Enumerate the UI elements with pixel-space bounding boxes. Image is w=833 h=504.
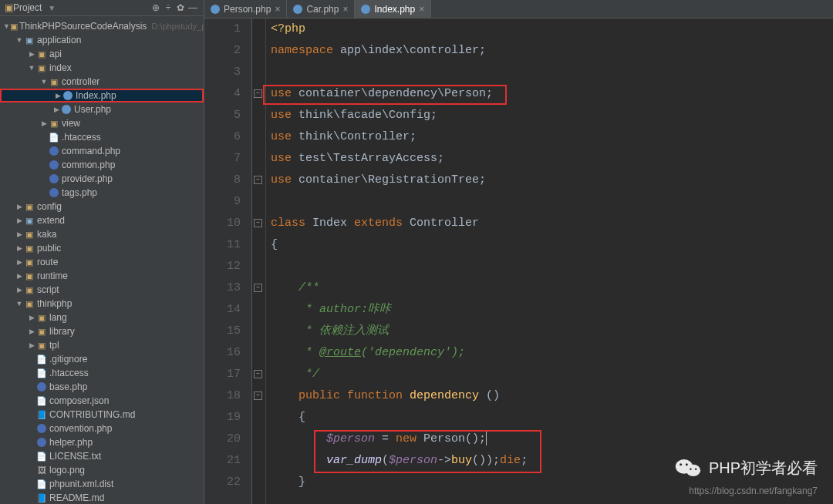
tree-file-htaccess2[interactable]: 📄.htaccess bbox=[0, 366, 204, 380]
fold-icon[interactable]: – bbox=[254, 89, 262, 98]
tree-file-logo[interactable]: 🖼logo.png bbox=[0, 463, 204, 477]
tree-folder-lang[interactable]: ▶▣lang bbox=[0, 311, 204, 324]
tree-folder-script[interactable]: ▶▣script bbox=[0, 283, 204, 297]
php-icon bbox=[37, 382, 46, 391]
close-icon[interactable]: × bbox=[419, 4, 424, 15]
tree-folder-runtime[interactable]: ▶▣runtime bbox=[0, 269, 204, 283]
gear-icon[interactable]: ✿ bbox=[174, 2, 187, 13]
chevron-down-icon[interactable]: ▼ bbox=[48, 4, 56, 12]
tree-folder-tpl[interactable]: ▶▣tpl bbox=[0, 338, 204, 352]
tree-file-common[interactable]: common.php bbox=[0, 158, 204, 172]
line-gutter: 12345 678910 1112131415 1617181920 2122 bbox=[204, 18, 252, 504]
code-area[interactable]: <?php namespace app\index\controller; us… bbox=[266, 18, 833, 504]
tree-folder-thinkphp[interactable]: ▼▣thinkphp bbox=[0, 297, 204, 311]
project-sidebar: ▣ Project ▼ ⊕ ÷ ✿ — ▼▣ThinkPHPSourceCode… bbox=[0, 0, 204, 504]
tree-file-htaccess[interactable]: 📄.htaccess bbox=[0, 130, 204, 144]
svg-point-2 bbox=[680, 463, 682, 465]
fold-icon[interactable]: – bbox=[254, 370, 262, 378]
project-tree: ▼▣ThinkPHPSourceCodeAnalysisD:\phpstudy_… bbox=[0, 16, 204, 504]
svg-point-3 bbox=[686, 463, 688, 465]
tree-file-readme[interactable]: 📘README.md bbox=[0, 491, 204, 504]
tree-file-index-php[interactable]: ▶Index.php bbox=[0, 89, 204, 102]
fold-icon[interactable]: – bbox=[254, 219, 262, 227]
tree-file-contributing[interactable]: 📘CONTRIBUTING.md bbox=[0, 408, 204, 422]
fold-icon[interactable]: – bbox=[254, 176, 262, 184]
tree-file-convention[interactable]: convention.php bbox=[0, 422, 204, 435]
wechat-icon bbox=[675, 455, 701, 481]
php-class-icon bbox=[211, 5, 220, 14]
project-panel-header: ▣ Project ▼ ⊕ ÷ ✿ — bbox=[0, 0, 204, 16]
hide-icon[interactable]: — bbox=[187, 2, 199, 13]
tree-file-phpunit[interactable]: 📄phpunit.xml.dist bbox=[0, 477, 204, 491]
php-icon bbox=[37, 424, 46, 433]
folder-icon: ▣ bbox=[5, 2, 13, 13]
tree-file-base[interactable]: base.php bbox=[0, 380, 204, 394]
tree-folder-view[interactable]: ▶▣view bbox=[0, 116, 204, 130]
tree-folder-controller[interactable]: ▼▣controller bbox=[0, 75, 204, 89]
collapse-icon[interactable]: ÷ bbox=[162, 2, 174, 13]
tree-file-license[interactable]: 📄LICENSE.txt bbox=[0, 449, 204, 463]
tree-folder-library[interactable]: ▶▣library bbox=[0, 324, 204, 338]
close-icon[interactable]: × bbox=[275, 4, 280, 15]
tree-folder-route[interactable]: ▶▣route bbox=[0, 255, 204, 269]
tree-file-gitignore[interactable]: 📄.gitignore bbox=[0, 352, 204, 366]
tree-folder-index[interactable]: ▼▣index bbox=[0, 61, 204, 75]
php-icon bbox=[49, 174, 59, 183]
tree-folder-extend[interactable]: ▶▣extend bbox=[0, 213, 204, 227]
tree-file-command[interactable]: command.php bbox=[0, 144, 204, 158]
tree-folder-config[interactable]: ▶▣config bbox=[0, 200, 204, 213]
tree-file-helper[interactable]: helper.php bbox=[0, 435, 204, 449]
tab-index[interactable]: Index.php× bbox=[355, 0, 431, 18]
target-icon[interactable]: ⊕ bbox=[150, 2, 162, 13]
close-icon[interactable]: × bbox=[342, 4, 348, 15]
svg-point-5 bbox=[695, 468, 697, 470]
tree-file-user-php[interactable]: ▶User.php bbox=[0, 102, 204, 116]
panel-title: Project bbox=[13, 2, 42, 13]
watermark: PHP初学者必看 bbox=[675, 455, 818, 481]
fold-column: – – – – – – bbox=[252, 18, 266, 504]
php-class-icon bbox=[63, 91, 73, 100]
tree-folder-kaka[interactable]: ▶▣kaka bbox=[0, 227, 204, 241]
fold-icon[interactable]: – bbox=[254, 284, 262, 292]
tree-folder-api[interactable]: ▶▣api bbox=[0, 47, 204, 61]
tree-file-composer[interactable]: 📄composer.json bbox=[0, 394, 204, 408]
tree-folder-application[interactable]: ▼▣application bbox=[0, 33, 204, 47]
php-icon bbox=[49, 160, 59, 170]
php-class-icon bbox=[62, 105, 71, 114]
php-class-icon bbox=[293, 5, 302, 14]
php-class-icon bbox=[361, 5, 370, 14]
editor-tabs: Person.php× Car.php× Index.php× bbox=[204, 0, 833, 18]
tab-person[interactable]: Person.php× bbox=[204, 0, 287, 18]
php-icon bbox=[49, 146, 59, 156]
tree-file-provider[interactable]: provider.php bbox=[0, 172, 204, 186]
fold-icon[interactable]: – bbox=[254, 391, 262, 400]
tab-car[interactable]: Car.php× bbox=[287, 0, 355, 18]
watermark-url: https://blog.csdn.net/fangkang7 bbox=[689, 486, 818, 496]
svg-point-4 bbox=[690, 468, 692, 470]
svg-point-1 bbox=[686, 465, 700, 476]
php-icon bbox=[37, 438, 46, 447]
watermark-text: PHP初学者必看 bbox=[709, 458, 818, 479]
php-icon bbox=[49, 188, 59, 197]
tree-root[interactable]: ▼▣ThinkPHPSourceCodeAnalysisD:\phpstudy_… bbox=[0, 19, 204, 33]
tree-folder-public[interactable]: ▶▣public bbox=[0, 241, 204, 255]
code-editor[interactable]: 12345 678910 1112131415 1617181920 2122 … bbox=[204, 18, 833, 504]
editor-pane: Person.php× Car.php× Index.php× 12345 67… bbox=[204, 0, 833, 504]
tree-file-tags[interactable]: tags.php bbox=[0, 186, 204, 200]
